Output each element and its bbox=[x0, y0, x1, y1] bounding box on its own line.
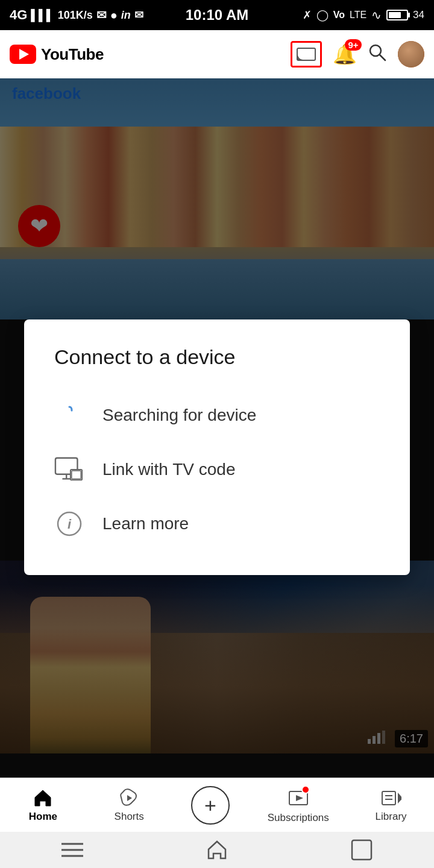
loading-spinner bbox=[58, 404, 80, 426]
battery-percent: 34 bbox=[413, 9, 424, 21]
learn-more-label: Learn more bbox=[102, 514, 189, 533]
bottom-navigation: Home Shorts + Subscriptions Library bbox=[0, 778, 434, 832]
nav-library-label: Library bbox=[376, 811, 407, 823]
battery-indicator bbox=[386, 10, 408, 20]
learn-more-item[interactable]: i Learn more bbox=[54, 497, 380, 551]
home-system-icon bbox=[206, 839, 228, 861]
nav-home[interactable]: Home bbox=[19, 788, 67, 823]
whatsapp-icon: ✉ bbox=[96, 8, 107, 22]
svg-rect-0 bbox=[297, 48, 315, 60]
status-right: ✗ ◯ Vo LTE ∿ 34 bbox=[303, 8, 424, 22]
svg-rect-16 bbox=[382, 791, 395, 805]
header-actions: 🔔 9+ bbox=[291, 41, 424, 68]
youtube-logo-text: YouTube bbox=[41, 45, 104, 64]
cast-icon bbox=[297, 47, 316, 61]
nav-library[interactable]: Library bbox=[367, 788, 415, 823]
link-tv-code-label: Link with TV code bbox=[102, 460, 236, 479]
nav-shorts[interactable]: Shorts bbox=[105, 788, 153, 823]
search-button[interactable] bbox=[368, 43, 387, 66]
youtube-header: YouTube 🔔 9+ bbox=[0, 30, 434, 78]
signal-bars: ▌▌▌ bbox=[31, 9, 54, 22]
shorts-icon bbox=[119, 788, 139, 808]
subscriptions-icon-wrapper bbox=[288, 787, 309, 810]
connect-device-dialog: Connect to a device Searching for device bbox=[24, 319, 410, 575]
battery-tip bbox=[408, 13, 410, 17]
link-tv-code-item[interactable]: Link with TV code bbox=[54, 442, 380, 497]
home-icon bbox=[33, 788, 53, 808]
cast-button[interactable] bbox=[291, 41, 322, 68]
user-avatar[interactable] bbox=[398, 41, 424, 68]
avatar-image bbox=[398, 41, 424, 68]
notification-badge: 9+ bbox=[345, 39, 362, 51]
nav-subscriptions-label: Subscriptions bbox=[268, 812, 329, 824]
subscriptions-notification-dot bbox=[301, 785, 310, 794]
svg-line-2 bbox=[380, 55, 385, 60]
speed-text: 101K/s bbox=[58, 9, 93, 22]
hamburger-icon bbox=[61, 841, 83, 858]
svg-marker-15 bbox=[296, 795, 303, 801]
youtube-play-triangle bbox=[19, 49, 29, 60]
sys-home-button[interactable] bbox=[206, 839, 228, 861]
bluetooth-icon: ✗ bbox=[303, 8, 312, 22]
tv-link-icon bbox=[54, 456, 84, 483]
sys-back-button[interactable] bbox=[351, 839, 373, 861]
sys-menu-button[interactable] bbox=[61, 841, 83, 858]
notification-button[interactable]: 🔔 9+ bbox=[333, 43, 357, 66]
circle-icon: ● bbox=[110, 8, 118, 22]
youtube-logo-icon bbox=[10, 45, 36, 64]
wifi-icon: ∿ bbox=[371, 8, 382, 22]
carrier-text: 4G bbox=[10, 7, 27, 23]
nav-add-button[interactable]: + bbox=[191, 786, 230, 825]
status-bar: 4G ▌▌▌ 101K/s ✉ ● in ✉ 10:10 AM ✗ ◯ Vo L… bbox=[0, 0, 434, 30]
info-circle-icon: i bbox=[56, 511, 83, 537]
youtube-logo: YouTube bbox=[10, 45, 104, 64]
tv-code-icon bbox=[54, 454, 84, 485]
nav-home-label: Home bbox=[29, 811, 57, 823]
system-navigation-bar bbox=[0, 832, 434, 868]
dialog-title: Connect to a device bbox=[54, 344, 380, 370]
back-icon bbox=[351, 839, 373, 861]
searching-for-device-item[interactable]: Searching for device bbox=[54, 388, 380, 442]
nav-shorts-label: Shorts bbox=[115, 811, 144, 823]
spinner-icon bbox=[54, 400, 84, 430]
status-left: 4G ▌▌▌ 101K/s ✉ ● in ✉ bbox=[10, 7, 143, 23]
add-icon: + bbox=[204, 795, 216, 816]
volte-icon: Vo bbox=[333, 10, 345, 20]
searching-device-label: Searching for device bbox=[102, 406, 256, 425]
nav-subscriptions[interactable]: Subscriptions bbox=[268, 787, 329, 824]
status-time: 10:10 AM bbox=[186, 7, 248, 24]
svg-marker-17 bbox=[398, 793, 401, 804]
svg-rect-23 bbox=[352, 840, 371, 860]
email-icon: ✉ bbox=[134, 8, 143, 22]
main-content: facebook ❤ Connect to a device Searching… bbox=[0, 78, 434, 814]
info-icon: i bbox=[54, 509, 84, 539]
svg-text:i: i bbox=[68, 517, 72, 532]
library-icon bbox=[381, 788, 401, 808]
search-icon bbox=[368, 43, 387, 62]
lte-icon: LTE bbox=[350, 10, 366, 20]
video-feed: facebook ❤ Connect to a device Searching… bbox=[0, 78, 434, 814]
battery-fill bbox=[389, 12, 401, 18]
alarm-icon: ◯ bbox=[316, 8, 329, 22]
linkedin-icon: in bbox=[121, 9, 131, 22]
